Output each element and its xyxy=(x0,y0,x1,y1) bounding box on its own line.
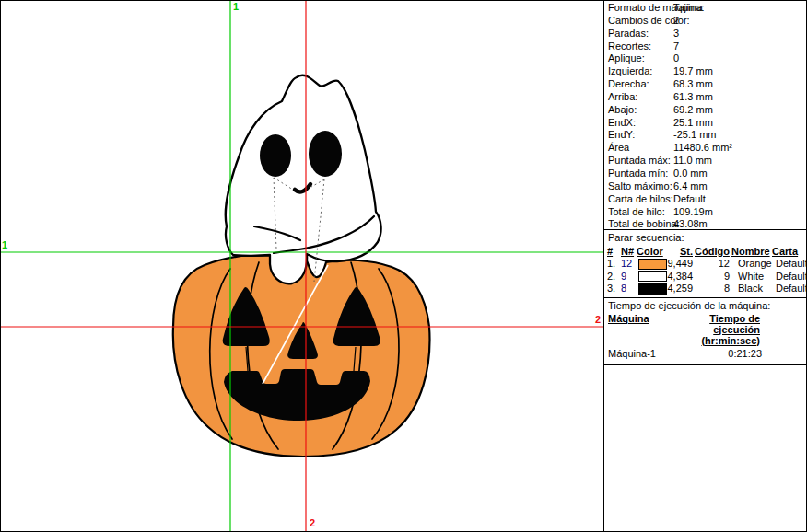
machine-time-header: Máquina Tiempo de ejecución (hr:min:sec) xyxy=(608,313,803,346)
col-execution-time-units: (hr:min:sec) xyxy=(701,335,760,346)
info-label: Recortes: xyxy=(608,40,651,52)
info-label: Total de bobina: xyxy=(608,218,680,229)
info-row: Salto máximo:6.4 mm xyxy=(604,180,807,193)
info-value: 7 xyxy=(673,40,679,52)
info-label: EndX: xyxy=(608,117,636,128)
info-value: 2 xyxy=(673,15,679,26)
info-label: Salto máximo: xyxy=(608,180,672,191)
info-value: 19.7 mm xyxy=(673,65,713,76)
thread-code: 12 xyxy=(695,258,731,269)
info-label: Arriba: xyxy=(608,91,637,102)
thread-row: 1. 12 9,449 12 Orange Default xyxy=(604,258,807,271)
stop-sequence-section: Parar secuencia: # N# Color St. Código N… xyxy=(604,229,807,297)
panel-empty-area xyxy=(604,364,807,365)
info-row: Puntada mín:0.0 mm xyxy=(604,168,807,180)
info-row: Puntada máx:11.0 mm xyxy=(604,155,807,168)
thread-row: 3. 8 4,259 8 Black Default xyxy=(604,283,807,295)
thread-color-swatch xyxy=(638,259,667,270)
machine-time-value: 0:21:23 xyxy=(672,348,762,361)
info-row: Total de hilo:109.19m xyxy=(604,206,807,219)
col-n: N# xyxy=(621,246,637,257)
guide-label-green-left: 1 xyxy=(2,239,7,250)
thread-color-swatch xyxy=(638,283,667,295)
info-label: Paradas: xyxy=(608,28,649,39)
info-value: -25.1 mm xyxy=(673,129,716,140)
machine-time-row: Máquina-1 0:21:23 xyxy=(608,348,803,361)
info-value: Default xyxy=(673,193,706,204)
info-value: 68.3 mm xyxy=(673,78,713,89)
col-execution-time: Tiempo de ejecución xyxy=(709,313,760,335)
info-label: Total de hilo: xyxy=(608,206,665,217)
ghost-right-eye xyxy=(309,131,342,177)
info-row: Paradas:3 xyxy=(604,28,807,40)
info-label: Puntada mín: xyxy=(608,168,668,179)
col-color: Color xyxy=(637,246,667,257)
thread-code: 8 xyxy=(695,283,731,294)
ghost-left-eye xyxy=(260,134,291,177)
info-value: 6.4 mm xyxy=(673,180,708,191)
thread-row-num: 2. xyxy=(607,271,621,282)
guide-label-green-top: 1 xyxy=(233,1,239,12)
info-row: EndX:25.1 mm xyxy=(604,117,807,130)
thread-chart: Default xyxy=(772,283,807,294)
info-value: Tajima xyxy=(673,2,703,13)
stop-sequence-title: Parar secuencia: xyxy=(604,232,807,245)
info-label: Área xyxy=(608,142,629,153)
info-label: Izquierda: xyxy=(608,65,652,76)
thread-chart: Default xyxy=(772,258,807,269)
col-codigo: Código xyxy=(695,246,731,257)
info-value: 109.19m xyxy=(673,206,713,217)
info-label: Puntada máx: xyxy=(608,155,671,166)
thread-needle-number: 9 xyxy=(621,271,637,282)
info-value: 11.0 mm xyxy=(673,155,712,166)
design-canvas[interactable]: 1 1 2 2 xyxy=(0,0,603,532)
machine-time-title: Tiempo de ejecución de la máquina: xyxy=(608,300,803,313)
info-label: EndY: xyxy=(608,129,635,140)
thread-needle-number: 12 xyxy=(621,258,637,269)
info-row: Derecha:68.3 mm xyxy=(604,78,807,91)
info-row: Aplique:0 xyxy=(604,52,807,65)
machine-properties-section: Formato de máquina:Tajima Cambios de col… xyxy=(604,0,807,229)
info-row: Total de bobina:43.08m xyxy=(604,218,807,231)
info-value: 0 xyxy=(673,52,679,64)
thread-stitch-count: 4,259 xyxy=(667,283,695,294)
thread-stitch-count: 4,384 xyxy=(667,271,695,282)
info-value: 43.08m xyxy=(673,218,708,229)
info-row: Abajo:69.2 mm xyxy=(604,104,807,117)
guide-label-red-bottom: 2 xyxy=(310,517,315,528)
info-row: Carta de hilos:Default xyxy=(604,193,807,206)
stop-sequence-header: # N# Color St. Código Nombre Carta xyxy=(604,245,807,258)
thread-needle-number: 8 xyxy=(621,283,637,294)
thread-row-num: 1. xyxy=(607,258,621,269)
thread-name: White xyxy=(731,271,772,282)
info-row: Cambios de color:2 xyxy=(604,15,807,28)
embroidery-design[interactable] xyxy=(173,75,430,457)
thread-chart: Default xyxy=(772,271,807,282)
info-value: 3 xyxy=(673,28,679,39)
thread-row: 2. 9 4,384 9 White Default xyxy=(604,270,807,283)
col-nombre: Nombre xyxy=(731,246,772,257)
thread-stitch-count: 9,449 xyxy=(667,258,695,269)
info-label: Derecha: xyxy=(608,78,649,89)
col-carta: Carta xyxy=(772,246,807,257)
info-value: 25.1 mm xyxy=(673,117,713,128)
col-st: St. xyxy=(667,246,695,257)
info-value: 69.2 mm xyxy=(673,104,713,115)
info-row: Área11480.6 mm² xyxy=(604,142,807,155)
info-label: Aplique: xyxy=(608,52,645,64)
machine-name: Máquina-1 xyxy=(608,348,672,361)
info-label: Carta de hilos: xyxy=(608,193,673,204)
design-info-panel: Formato de máquina:Tajima Cambios de col… xyxy=(603,0,807,532)
info-value: 11480.6 mm² xyxy=(673,142,732,153)
col-machine: Máquina xyxy=(608,313,649,324)
guide-label-red-right: 2 xyxy=(595,314,601,325)
info-value: 0.0 mm xyxy=(673,168,708,179)
info-row: Recortes:7 xyxy=(604,40,807,53)
info-label: Abajo: xyxy=(608,104,637,115)
info-row: Formato de máquina:Tajima xyxy=(604,2,807,15)
machine-time-section: Tiempo de ejecución de la máquina: Máqui… xyxy=(604,297,807,364)
info-row: EndY:-25.1 mm xyxy=(604,129,807,142)
thread-color-swatch xyxy=(638,271,667,282)
thread-name: Orange xyxy=(731,258,772,269)
info-value: 61.3 mm xyxy=(673,91,713,102)
